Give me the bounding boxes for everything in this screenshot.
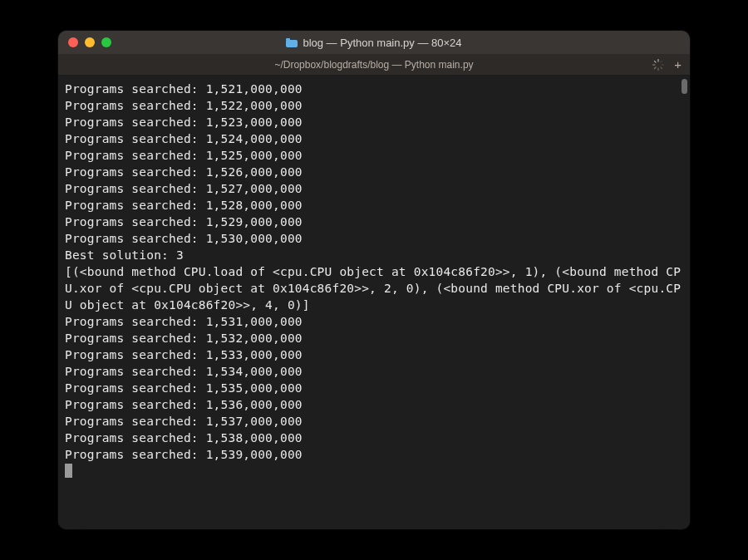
maximize-icon[interactable]: [101, 37, 111, 47]
window-title: blog — Python main.py — 80×24: [58, 37, 690, 49]
tabbar-actions: +: [652, 56, 685, 72]
window-title-text: blog — Python main.py — 80×24: [303, 37, 461, 49]
terminal-output[interactable]: Programs searched: 1,521,000,000 Program…: [58, 76, 690, 484]
loading-spinner-icon: [652, 59, 664, 71]
new-tab-button[interactable]: +: [671, 56, 685, 72]
scrollbar-thumb[interactable]: [682, 79, 687, 94]
svg-rect-1: [660, 60, 662, 62]
cursor: [65, 464, 72, 478]
svg-rect-7: [654, 60, 657, 62]
terminal-window: blog — Python main.py — 80×24 ~/Dropbox/…: [58, 31, 690, 529]
svg-rect-3: [660, 66, 662, 69]
tab-label[interactable]: ~/Dropbox/blogdrafts/blog — Python main.…: [274, 59, 473, 71]
close-icon[interactable]: [68, 37, 78, 47]
svg-rect-2: [662, 64, 665, 65]
scrollbar[interactable]: [677, 76, 690, 529]
terminal-body[interactable]: Programs searched: 1,521,000,000 Program…: [58, 76, 690, 529]
svg-rect-5: [654, 66, 657, 69]
svg-rect-6: [652, 64, 656, 65]
minimize-icon[interactable]: [85, 37, 95, 47]
svg-rect-4: [658, 67, 659, 71]
titlebar[interactable]: blog — Python main.py — 80×24: [58, 31, 690, 54]
tabbar: ~/Dropbox/blogdrafts/blog — Python main.…: [58, 54, 690, 76]
traffic-lights: [68, 37, 111, 47]
folder-icon: [286, 38, 298, 47]
svg-rect-0: [658, 59, 659, 62]
